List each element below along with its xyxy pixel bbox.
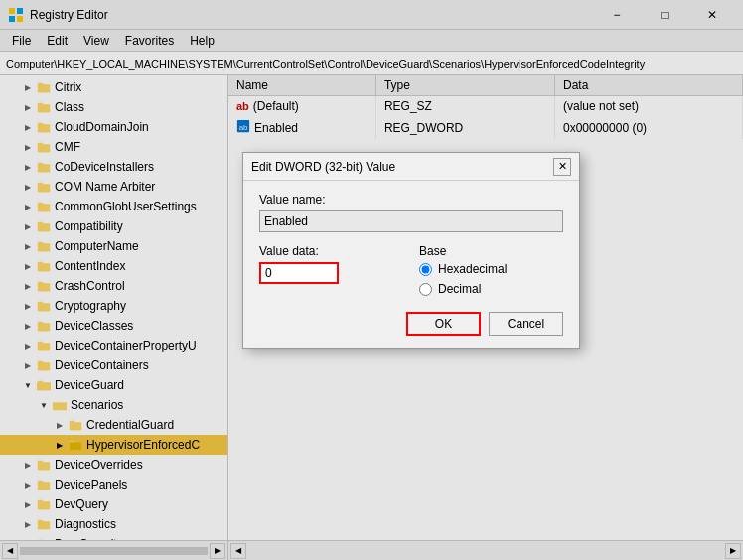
decimal-radio[interactable] [419, 283, 432, 296]
base-group: Base Hexadecimal Decimal [419, 244, 563, 296]
hexadecimal-radio-label[interactable]: Hexadecimal [419, 262, 563, 276]
value-data-label: Value data: [259, 244, 403, 258]
decimal-label: Decimal [438, 282, 481, 296]
radio-group: Hexadecimal Decimal [419, 262, 563, 296]
hexadecimal-radio[interactable] [419, 263, 432, 276]
dialog-title-bar: Edit DWORD (32-bit) Value ✕ [243, 153, 579, 181]
dialog-body: Value name: Value data: Base Hexadecim [243, 181, 579, 348]
modal-overlay: Edit DWORD (32-bit) Value ✕ Value name: … [0, 0, 743, 560]
value-name-input[interactable] [259, 210, 563, 232]
cancel-button[interactable]: Cancel [489, 312, 563, 336]
dialog-title: Edit DWORD (32-bit) Value [251, 160, 395, 174]
dialog-close-button[interactable]: ✕ [553, 158, 571, 176]
value-data-input[interactable] [259, 262, 339, 284]
base-label: Base [419, 244, 563, 258]
hexadecimal-label: Hexadecimal [438, 262, 507, 276]
dialog-buttons: OK Cancel [259, 312, 563, 336]
value-name-label: Value name: [259, 193, 563, 207]
edit-dword-dialog: Edit DWORD (32-bit) Value ✕ Value name: … [242, 152, 580, 349]
value-data-group: Value data: [259, 244, 403, 296]
ok-button[interactable]: OK [406, 312, 481, 336]
value-data-row: Value data: Base Hexadecimal Decimal [259, 244, 563, 296]
value-name-group: Value name: [259, 193, 563, 244]
decimal-radio-label[interactable]: Decimal [419, 282, 563, 296]
